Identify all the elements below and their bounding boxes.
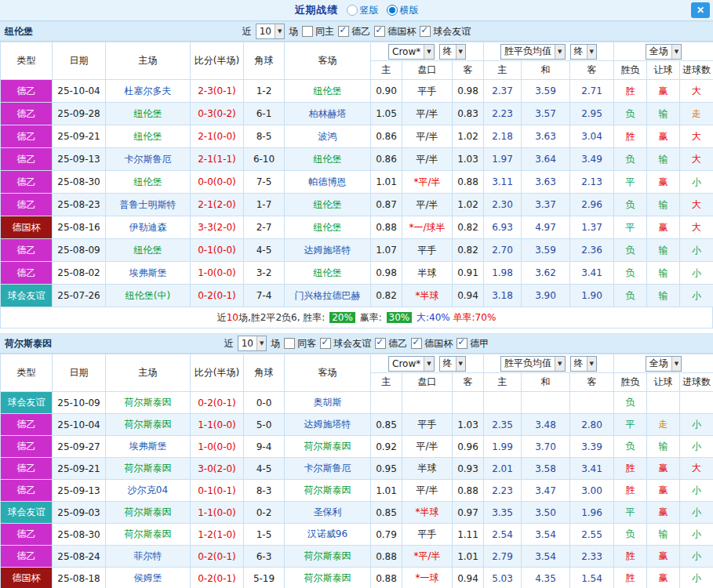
result-scope-group-header: 全场 ▼ (614, 354, 713, 373)
team-link[interactable]: 纽伦堡 (314, 267, 342, 278)
corner-cell: 7-4 (244, 285, 285, 307)
filter-checkbox[interactable]: 德国杯 (411, 337, 453, 350)
odds-company-select[interactable]: Crow* ▼ (388, 44, 435, 60)
europe-odds-select[interactable]: 胜平负均值 ▼ (500, 356, 565, 372)
result-goals-cell: 小 (680, 171, 713, 194)
team-link[interactable]: 纽伦堡 (134, 176, 162, 187)
filter-checkbox[interactable]: 德甲 (457, 337, 489, 350)
team-link[interactable]: 侯姆堡 (134, 572, 162, 583)
team-link[interactable]: 卡尔斯鲁厄 (304, 463, 351, 474)
corner-cell: 6-3 (244, 546, 285, 568)
chevron-down-icon: ▼ (456, 357, 465, 371)
match-count-select[interactable]: 10 ▼ (256, 24, 286, 39)
team-link[interactable]: 纽伦堡 (134, 131, 162, 142)
team-link[interactable]: 荷尔斯泰因 (125, 463, 172, 474)
team-link[interactable]: 圣保利 (314, 506, 342, 517)
team-link[interactable]: 门兴格拉德巴赫 (295, 290, 361, 301)
checkbox-checked-icon (320, 338, 331, 349)
chevron-down-icon: ▼ (555, 45, 564, 59)
team-link[interactable]: 柏林赫塔 (309, 108, 347, 119)
team-link[interactable]: 纽伦堡 (134, 245, 162, 256)
result-goals-cell: 走 (680, 103, 713, 125)
handicap-cell: 平/半 (402, 480, 453, 502)
filter-checkbox-label: 同客 (297, 337, 316, 350)
odds-company-select[interactable]: Crow* ▼ (388, 356, 435, 372)
corner-cell: 5-19 (244, 568, 285, 588)
asian-odds-away-cell: 1.03 (453, 148, 484, 171)
team-link[interactable]: 纽伦堡 (314, 154, 342, 165)
chevron-down-icon: ▼ (555, 357, 564, 371)
team-link[interactable]: 达姆施塔特 (304, 419, 351, 430)
score-cell: 0-1(0-1) (191, 480, 244, 502)
col-date: 日期 (53, 42, 106, 80)
handicap-cell: 半球 (402, 262, 453, 285)
corner-cell: 4-5 (244, 239, 285, 262)
score-cell: 1-1(0-0) (191, 414, 244, 436)
team-link[interactable]: 荷尔斯泰因 (304, 485, 351, 495)
team-link[interactable]: 沙尔克04 (128, 485, 168, 495)
team-link[interactable]: 普鲁士明斯特 (120, 199, 176, 210)
radio-horizontal-label: 横版 (400, 4, 419, 17)
filter-checkbox[interactable]: 德乙 (375, 337, 407, 350)
league-type-cell: 德乙 (1, 103, 53, 125)
team-link[interactable]: 荷尔斯泰因 (304, 572, 351, 583)
team-link[interactable]: 奥胡斯 (314, 397, 342, 408)
avg-home-odds-cell: 5.03 (484, 568, 522, 588)
team-filter-bar: 荷尔斯泰因 近 10 ▼ 场 同客球会友谊德乙德国杯德甲 (0, 333, 713, 354)
europe-final-select[interactable]: 终 ▼ (570, 44, 597, 60)
team-link[interactable]: 纽伦堡 (314, 222, 342, 233)
col-eu-home: 主 (484, 61, 522, 80)
team-link[interactable]: 荷尔斯泰因 (125, 397, 172, 408)
team-link[interactable]: 埃弗斯堡 (129, 441, 167, 452)
europe-final-select[interactable]: 终 ▼ (570, 356, 597, 372)
team-link[interactable]: 荷尔斯泰因 (304, 441, 351, 452)
league-type-cell: 德乙 (1, 436, 53, 458)
filter-checkbox[interactable]: 同客 (284, 337, 316, 350)
team-link[interactable]: 纽伦堡 (314, 85, 342, 96)
team-link[interactable]: 杜塞尔多夫 (125, 85, 172, 96)
filter-checkbox[interactable]: 球会友谊 (320, 337, 371, 350)
match-count-select[interactable]: 10 ▼ (238, 336, 267, 351)
filter-checkbox[interactable]: 球会友谊 (420, 25, 471, 38)
home-team-cell: 荷尔斯泰因 (106, 458, 191, 480)
scope-select[interactable]: 全场 ▼ (646, 44, 682, 60)
result-goals-cell: 小 (680, 414, 713, 436)
filter-checkbox[interactable]: 德国杯 (374, 25, 416, 38)
team-link[interactable]: 纽伦堡 (314, 199, 342, 210)
avg-draw-odds-cell (522, 392, 570, 414)
avg-home-odds-cell: 1.97 (484, 148, 522, 171)
filter-checkbox[interactable]: 同主 (302, 25, 334, 38)
team-link[interactable]: 卡尔斯鲁厄 (125, 154, 172, 165)
home-team-cell: 纽伦堡 (106, 171, 191, 194)
close-button[interactable]: ✕ (691, 2, 710, 18)
chevron-down-icon: ▼ (671, 45, 681, 59)
layout-radio-vertical[interactable]: 竖版 (347, 4, 379, 17)
scope-select[interactable]: 全场 ▼ (646, 356, 682, 372)
europe-odds-select[interactable]: 胜平负均值 ▼ (500, 44, 565, 60)
col-wdl: 胜负 (614, 373, 647, 392)
team-link[interactable]: 伊勒迪森 (129, 222, 167, 233)
team-link[interactable]: 荷尔斯泰因 (125, 419, 172, 430)
summary-segment: 30% (387, 312, 413, 323)
away-team-cell: 门兴格拉德巴赫 (285, 285, 371, 307)
team-link[interactable]: 波鸿 (318, 131, 337, 142)
team-link[interactable]: 埃弗斯堡 (129, 267, 167, 278)
team-link[interactable]: 荷尔斯泰因 (125, 528, 172, 539)
filter-checkbox[interactable]: 德乙 (338, 25, 370, 38)
asian-final-select[interactable]: 终 ▼ (439, 44, 466, 60)
team-link[interactable]: 汉诺威96 (307, 528, 347, 539)
team-link[interactable]: 达姆施塔特 (304, 245, 351, 256)
layout-radio-horizontal[interactable]: 横版 (387, 4, 419, 17)
handicap-cell: 平/半 (402, 436, 453, 458)
team-link[interactable]: 纽伦堡(中) (126, 290, 170, 301)
home-team-cell: 卡尔斯鲁厄 (106, 148, 191, 171)
team-link[interactable]: 纽伦堡 (134, 108, 162, 119)
team-link[interactable]: 帕德博恩 (309, 176, 347, 187)
team-link[interactable]: 菲尔特 (134, 550, 162, 561)
asian-odds-away-cell: 0.91 (453, 262, 484, 285)
avg-home-odds-cell: 1.99 (484, 436, 522, 458)
handicap-cell: 半球 (402, 458, 453, 480)
asian-final-select[interactable]: 终 ▼ (439, 356, 466, 372)
team-link[interactable]: 荷尔斯泰因 (125, 506, 172, 517)
team-link[interactable]: 荷尔斯泰因 (304, 550, 351, 561)
